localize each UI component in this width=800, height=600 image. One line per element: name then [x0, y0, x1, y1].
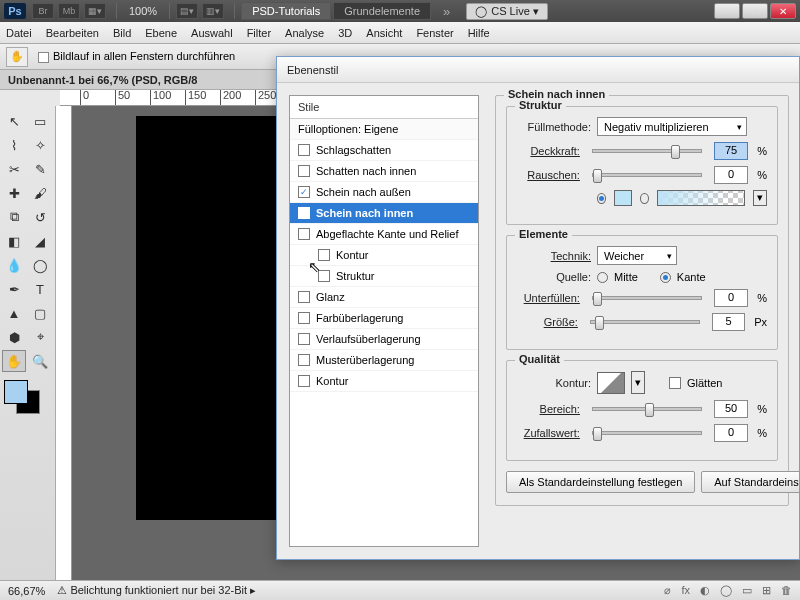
adjust-icon[interactable]: ◯ — [720, 584, 732, 597]
groesse-input[interactable]: 5 — [712, 313, 745, 331]
style-checkbox[interactable] — [298, 186, 310, 198]
style-checkbox[interactable] — [298, 291, 310, 303]
style-item-1[interactable]: Schatten nach innen — [290, 161, 478, 182]
style-checkbox[interactable] — [298, 165, 310, 177]
fx-icon[interactable]: fx — [681, 584, 690, 597]
status-zoom[interactable]: 66,67% — [8, 585, 45, 597]
style-checkbox[interactable] — [298, 375, 310, 387]
noise-input[interactable]: 0 — [714, 166, 748, 184]
move-tool[interactable]: ↖ — [2, 110, 26, 132]
style-item-2[interactable]: Schein nach außen — [290, 182, 478, 203]
quelle-mitte-radio[interactable] — [597, 272, 608, 283]
style-item-7[interactable]: Glanz — [290, 287, 478, 308]
gradient-radio[interactable] — [640, 193, 649, 204]
glaetten-checkbox[interactable] — [669, 377, 681, 389]
crop-tool[interactable]: ✂ — [2, 158, 26, 180]
camera-tool[interactable]: ⌖ — [28, 326, 52, 348]
menu-fenster[interactable]: Fenster — [416, 27, 453, 39]
zoom-tool[interactable]: 🔍 — [28, 350, 52, 372]
gradient-tool[interactable]: ◢ — [28, 230, 52, 252]
screen-mode-button[interactable]: ▦▾ — [84, 3, 106, 19]
workspace-tab-grundelemente[interactable]: Grundelemente — [333, 2, 431, 20]
gradient-dropdown-icon[interactable]: ▾ — [753, 190, 767, 206]
menu-3d[interactable]: 3D — [338, 27, 352, 39]
brush-tool[interactable]: 🖌 — [28, 182, 52, 204]
heal-tool[interactable]: ✚ — [2, 182, 26, 204]
set-default-button[interactable]: Als Standardeinstellung festlegen — [506, 471, 695, 493]
wand-tool[interactable]: ✧ — [28, 134, 52, 156]
style-checkbox[interactable] — [318, 249, 330, 261]
zufall-input[interactable]: 0 — [714, 424, 748, 442]
color-radio[interactable] — [597, 193, 606, 204]
close-button[interactable]: ✕ — [770, 3, 796, 19]
dialog-title[interactable]: Ebenenstil — [277, 57, 799, 83]
history-brush-tool[interactable]: ↺ — [28, 206, 52, 228]
unterfuellen-slider[interactable] — [592, 296, 702, 300]
3d-tool[interactable]: ⬢ — [2, 326, 26, 348]
eraser-tool[interactable]: ◧ — [2, 230, 26, 252]
bereich-slider[interactable] — [592, 407, 702, 411]
checkbox-icon[interactable] — [38, 52, 49, 63]
reset-default-button[interactable]: Auf Standardeinstellung zurück — [701, 471, 799, 493]
style-checkbox[interactable] — [298, 207, 310, 219]
noise-slider[interactable] — [592, 173, 702, 177]
gradient-picker[interactable] — [657, 190, 745, 206]
style-checkbox[interactable] — [298, 354, 310, 366]
zoom-level[interactable]: 100% — [129, 5, 157, 17]
trash-icon[interactable]: 🗑 — [781, 584, 792, 597]
new-icon[interactable]: ⊞ — [762, 584, 771, 597]
bereich-input[interactable]: 50 — [714, 400, 748, 418]
groesse-slider[interactable] — [590, 320, 700, 324]
fill-options-item[interactable]: Fülloptionen: Eigene — [290, 119, 478, 140]
arrange-button[interactable]: ▤▾ — [176, 3, 198, 19]
kontur-dropdown-icon[interactable]: ▾ — [631, 371, 645, 394]
style-checkbox[interactable] — [298, 333, 310, 345]
menu-bild[interactable]: Bild — [113, 27, 131, 39]
menu-filter[interactable]: Filter — [247, 27, 271, 39]
eyedropper-tool[interactable]: ✎ — [28, 158, 52, 180]
hand-tool[interactable]: ✋ — [2, 350, 26, 372]
workspace-more-icon[interactable]: » — [443, 4, 450, 19]
type-tool[interactable]: T — [28, 278, 52, 300]
style-checkbox[interactable] — [298, 228, 310, 240]
style-item-6[interactable]: Struktur — [290, 266, 478, 287]
dodge-tool[interactable]: ◯ — [28, 254, 52, 276]
extras-button[interactable]: ▥▾ — [202, 3, 224, 19]
bridge-button[interactable]: Br — [32, 3, 54, 19]
maximize-button[interactable]: ▭ — [742, 3, 768, 19]
link-icon[interactable]: ⌀ — [664, 584, 671, 597]
minibridge-button[interactable]: Mb — [58, 3, 80, 19]
mask-icon[interactable]: ◐ — [700, 584, 710, 597]
style-item-5[interactable]: Kontur — [290, 245, 478, 266]
menu-bearbeiten[interactable]: Bearbeiten — [46, 27, 99, 39]
hand-tool-icon[interactable]: ✋ — [6, 47, 28, 67]
zufall-slider[interactable] — [592, 431, 702, 435]
style-checkbox[interactable] — [298, 312, 310, 324]
style-item-0[interactable]: Schlagschatten — [290, 140, 478, 161]
folder-icon[interactable]: ▭ — [742, 584, 752, 597]
style-checkbox[interactable] — [318, 270, 330, 282]
opacity-slider[interactable] — [592, 149, 702, 153]
color-swatches[interactable] — [2, 380, 42, 416]
shape-tool[interactable]: ▢ — [28, 302, 52, 324]
foreground-color-swatch[interactable] — [4, 380, 28, 404]
kontur-picker[interactable] — [597, 372, 625, 394]
menu-datei[interactable]: Datei — [6, 27, 32, 39]
menu-ebene[interactable]: Ebene — [145, 27, 177, 39]
lasso-tool[interactable]: ⌇ — [2, 134, 26, 156]
workspace-tab-tutorials[interactable]: PSD-Tutorials — [241, 2, 331, 20]
opacity-input[interactable]: 75 — [714, 142, 748, 160]
quelle-kante-radio[interactable] — [660, 272, 671, 283]
blur-tool[interactable]: 💧 — [2, 254, 26, 276]
glaetten-label[interactable]: Glätten — [687, 377, 722, 389]
pen-tool[interactable]: ✒ — [2, 278, 26, 300]
marquee-tool[interactable]: ▭ — [28, 110, 52, 132]
menu-hilfe[interactable]: Hilfe — [468, 27, 490, 39]
color-swatch[interactable] — [614, 190, 632, 206]
unterfuellen-input[interactable]: 0 — [714, 289, 748, 307]
style-item-4[interactable]: Abgeflachte Kante und Relief — [290, 224, 478, 245]
style-item-10[interactable]: Musterüberlagerung — [290, 350, 478, 371]
style-item-9[interactable]: Verlaufsüberlagerung — [290, 329, 478, 350]
path-select-tool[interactable]: ▲ — [2, 302, 26, 324]
style-checkbox[interactable] — [298, 144, 310, 156]
